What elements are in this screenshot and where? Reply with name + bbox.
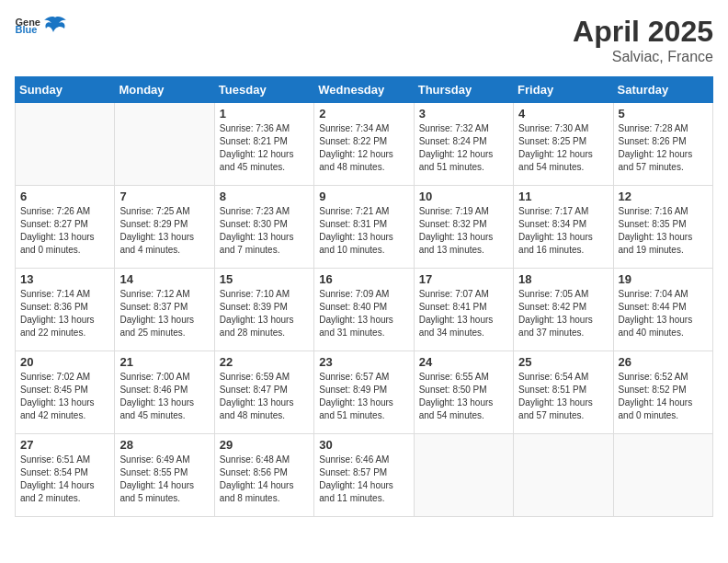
- day-info: Sunrise: 7:21 AMSunset: 8:31 PMDaylight:…: [319, 205, 408, 257]
- day-info: Sunrise: 6:55 AMSunset: 8:50 PMDaylight:…: [419, 371, 508, 422]
- table-row: 2Sunrise: 7:34 AMSunset: 8:22 PMDaylight…: [314, 103, 414, 186]
- table-row: 14Sunrise: 7:12 AMSunset: 8:37 PMDayligh…: [115, 269, 214, 351]
- table-row: 8Sunrise: 7:23 AMSunset: 8:30 PMDaylight…: [214, 186, 313, 269]
- day-info: Sunrise: 6:52 AMSunset: 8:52 PMDaylight:…: [619, 371, 708, 422]
- logo: General Blue: [15, 15, 66, 35]
- logo-icon: General Blue: [15, 15, 40, 35]
- day-info: Sunrise: 7:23 AMSunset: 8:30 PMDaylight:…: [220, 205, 309, 257]
- calendar-week-row: 20Sunrise: 7:02 AMSunset: 8:45 PMDayligh…: [16, 351, 713, 434]
- day-number: 27: [20, 438, 109, 452]
- day-info: Sunrise: 6:57 AMSunset: 8:49 PMDaylight:…: [319, 371, 408, 422]
- table-row: [414, 434, 513, 517]
- table-row: 21Sunrise: 7:00 AMSunset: 8:46 PMDayligh…: [115, 351, 214, 434]
- day-info: Sunrise: 7:25 AMSunset: 8:29 PMDaylight:…: [119, 205, 209, 257]
- table-row: 28Sunrise: 6:49 AMSunset: 8:55 PMDayligh…: [115, 434, 214, 517]
- day-number: 13: [20, 272, 109, 286]
- day-info: Sunrise: 7:02 AMSunset: 8:45 PMDaylight:…: [20, 371, 109, 422]
- table-row: 24Sunrise: 6:55 AMSunset: 8:50 PMDayligh…: [414, 351, 513, 434]
- table-row: 17Sunrise: 7:07 AMSunset: 8:41 PMDayligh…: [414, 269, 513, 351]
- day-number: 4: [518, 107, 608, 121]
- table-row: 18Sunrise: 7:05 AMSunset: 8:42 PMDayligh…: [514, 269, 613, 351]
- table-row: 19Sunrise: 7:04 AMSunset: 8:44 PMDayligh…: [613, 269, 712, 351]
- table-row: 27Sunrise: 6:51 AMSunset: 8:54 PMDayligh…: [16, 434, 115, 517]
- table-row: [115, 103, 214, 186]
- day-number: 30: [319, 438, 408, 452]
- day-info: Sunrise: 7:26 AMSunset: 8:27 PMDaylight:…: [20, 205, 109, 257]
- day-number: 22: [220, 355, 309, 369]
- table-row: 9Sunrise: 7:21 AMSunset: 8:31 PMDaylight…: [314, 186, 414, 269]
- header-monday: Monday: [115, 77, 214, 103]
- day-number: 6: [20, 190, 109, 203]
- header: General Blue April 2025 Salviac, France: [15, 15, 713, 65]
- day-number: 14: [119, 272, 209, 286]
- day-info: Sunrise: 7:00 AMSunset: 8:46 PMDaylight:…: [119, 371, 209, 422]
- day-info: Sunrise: 6:48 AMSunset: 8:56 PMDaylight:…: [220, 454, 309, 505]
- day-number: 12: [619, 190, 708, 203]
- table-row: 5Sunrise: 7:28 AMSunset: 8:26 PMDaylight…: [613, 103, 712, 186]
- day-number: 21: [119, 355, 209, 369]
- day-info: Sunrise: 7:32 AMSunset: 8:24 PMDaylight:…: [419, 122, 508, 174]
- calendar-header-row: Sunday Monday Tuesday Wednesday Thursday…: [16, 77, 713, 103]
- table-row: 22Sunrise: 6:59 AMSunset: 8:47 PMDayligh…: [214, 351, 313, 434]
- day-number: 20: [20, 355, 109, 369]
- header-sunday: Sunday: [16, 77, 115, 103]
- table-row: [613, 434, 712, 517]
- table-row: 1Sunrise: 7:36 AMSunset: 8:21 PMDaylight…: [214, 103, 313, 186]
- table-row: [16, 103, 115, 186]
- day-number: 25: [518, 355, 608, 369]
- day-info: Sunrise: 7:16 AMSunset: 8:35 PMDaylight:…: [619, 205, 708, 257]
- day-info: Sunrise: 6:49 AMSunset: 8:55 PMDaylight:…: [119, 454, 209, 505]
- day-info: Sunrise: 7:34 AMSunset: 8:22 PMDaylight:…: [319, 122, 408, 174]
- day-info: Sunrise: 7:36 AMSunset: 8:21 PMDaylight:…: [220, 122, 309, 174]
- day-info: Sunrise: 7:10 AMSunset: 8:39 PMDaylight:…: [220, 288, 309, 339]
- day-number: 10: [419, 190, 508, 203]
- table-row: 7Sunrise: 7:25 AMSunset: 8:29 PMDaylight…: [115, 186, 214, 269]
- day-number: 3: [419, 107, 508, 121]
- calendar-week-row: 1Sunrise: 7:36 AMSunset: 8:21 PMDaylight…: [16, 103, 713, 186]
- day-info: Sunrise: 7:28 AMSunset: 8:26 PMDaylight:…: [619, 122, 708, 174]
- day-number: 15: [220, 272, 309, 286]
- table-row: 11Sunrise: 7:17 AMSunset: 8:34 PMDayligh…: [514, 186, 613, 269]
- day-number: 16: [319, 272, 408, 286]
- day-info: Sunrise: 7:12 AMSunset: 8:37 PMDaylight:…: [119, 288, 209, 339]
- day-info: Sunrise: 6:59 AMSunset: 8:47 PMDaylight:…: [220, 371, 309, 422]
- day-number: 5: [619, 107, 708, 121]
- table-row: 20Sunrise: 7:02 AMSunset: 8:45 PMDayligh…: [16, 351, 115, 434]
- calendar-week-row: 6Sunrise: 7:26 AMSunset: 8:27 PMDaylight…: [16, 186, 713, 269]
- day-info: Sunrise: 7:14 AMSunset: 8:36 PMDaylight:…: [20, 288, 109, 339]
- calendar-week-row: 13Sunrise: 7:14 AMSunset: 8:36 PMDayligh…: [16, 269, 713, 351]
- day-number: 29: [220, 438, 309, 452]
- bird-icon: [44, 16, 66, 34]
- header-friday: Friday: [514, 77, 613, 103]
- table-row: 16Sunrise: 7:09 AMSunset: 8:40 PMDayligh…: [314, 269, 414, 351]
- day-info: Sunrise: 7:09 AMSunset: 8:40 PMDaylight:…: [319, 288, 408, 339]
- day-number: 8: [220, 190, 309, 203]
- table-row: 12Sunrise: 7:16 AMSunset: 8:35 PMDayligh…: [613, 186, 712, 269]
- day-info: Sunrise: 6:51 AMSunset: 8:54 PMDaylight:…: [20, 454, 109, 505]
- day-number: 9: [319, 190, 408, 203]
- day-info: Sunrise: 7:05 AMSunset: 8:42 PMDaylight:…: [518, 288, 608, 339]
- day-info: Sunrise: 7:17 AMSunset: 8:34 PMDaylight:…: [518, 205, 608, 257]
- day-number: 11: [518, 190, 608, 203]
- table-row: 10Sunrise: 7:19 AMSunset: 8:32 PMDayligh…: [414, 186, 513, 269]
- day-number: 2: [319, 107, 408, 121]
- day-info: Sunrise: 7:04 AMSunset: 8:44 PMDaylight:…: [619, 288, 708, 339]
- table-row: 15Sunrise: 7:10 AMSunset: 8:39 PMDayligh…: [214, 269, 313, 351]
- day-number: 28: [119, 438, 209, 452]
- day-number: 24: [419, 355, 508, 369]
- day-number: 7: [119, 190, 209, 203]
- table-row: 4Sunrise: 7:30 AMSunset: 8:25 PMDaylight…: [514, 103, 613, 186]
- table-row: 30Sunrise: 6:46 AMSunset: 8:57 PMDayligh…: [314, 434, 414, 517]
- day-number: 1: [220, 107, 309, 121]
- calendar-subtitle: Salviac, France: [573, 49, 713, 65]
- table-row: 23Sunrise: 6:57 AMSunset: 8:49 PMDayligh…: [314, 351, 414, 434]
- header-wednesday: Wednesday: [314, 77, 414, 103]
- table-row: 26Sunrise: 6:52 AMSunset: 8:52 PMDayligh…: [613, 351, 712, 434]
- header-saturday: Saturday: [613, 77, 712, 103]
- calendar-table: Sunday Monday Tuesday Wednesday Thursday…: [15, 76, 713, 517]
- day-number: 26: [619, 355, 708, 369]
- day-number: 19: [619, 272, 708, 286]
- day-number: 18: [518, 272, 608, 286]
- header-thursday: Thursday: [414, 77, 513, 103]
- table-row: 3Sunrise: 7:32 AMSunset: 8:24 PMDaylight…: [414, 103, 513, 186]
